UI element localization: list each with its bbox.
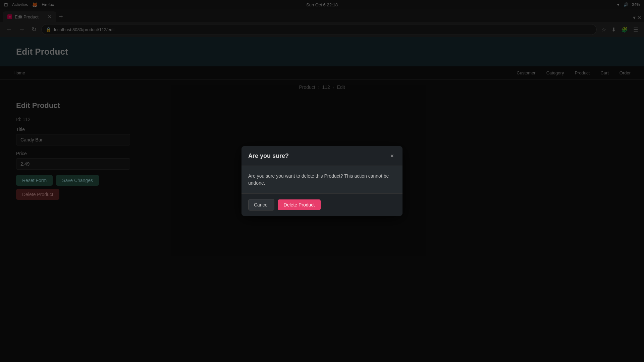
modal-overlay[interactable]: Are you sure? × Are you sure you want to… (0, 0, 644, 362)
dialog-title: Are you sure? (248, 153, 289, 160)
dialog-body-text: Are you sure you want to delete this Pro… (248, 173, 389, 186)
dialog-header: Are you sure? × (241, 146, 402, 166)
dialog-cancel-button[interactable]: Cancel (248, 199, 274, 210)
dialog-footer: Cancel Delete Product (241, 194, 402, 216)
dialog-confirm-button[interactable]: Delete Product (278, 199, 321, 210)
confirm-dialog: Are you sure? × Are you sure you want to… (241, 146, 402, 216)
dialog-body: Are you sure you want to delete this Pro… (241, 166, 402, 194)
dialog-close-button[interactable]: × (388, 152, 396, 160)
page-background: Edit Product Home Customer Category Prod… (0, 37, 644, 362)
